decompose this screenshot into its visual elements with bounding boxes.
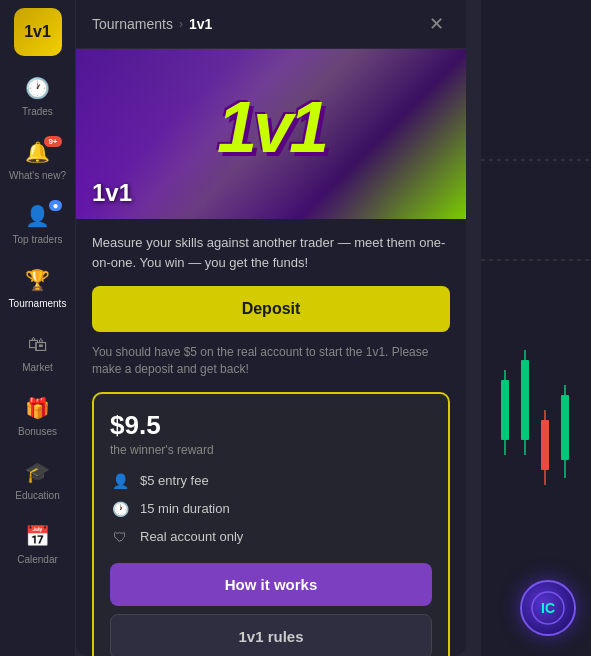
hero-title: 1v1 [92,179,132,207]
main-content: Tournaments › 1v1 ✕ 1v1 1v1 Measure your… [76,0,591,656]
sidebar-label-bonuses: Bonuses [18,426,57,438]
sidebar-item-whats-new[interactable]: 🔔 9+ What's new? [4,130,72,190]
brand-logo-svg: IC [531,591,565,625]
app-logo[interactable]: 1v1 [14,8,62,56]
sidebar-item-calendar[interactable]: 📅 Calendar [4,514,72,574]
breadcrumb-current: 1v1 [189,16,212,32]
rules-button[interactable]: 1v1 rules [110,614,432,656]
entry-fee-icon: 👤 [110,471,130,491]
tournament-modal: Tournaments › 1v1 ✕ 1v1 1v1 Measure your… [76,0,466,656]
duration-row: 🕐 15 min duration [110,499,432,519]
sidebar-label-education: Education [15,490,59,502]
sidebar-item-trades[interactable]: 🕐 Trades [4,66,72,126]
market-icon: 🛍 [24,330,52,358]
breadcrumb-separator: › [179,17,183,31]
chart-svg [481,0,591,656]
sidebar-item-top-traders[interactable]: 👤 ● Top traders [4,194,72,254]
account-type-icon: 🛡 [110,527,130,547]
trophy-icon: 🏆 [24,266,52,294]
floating-brand-logo: IC [520,580,576,636]
sidebar-label-whats-new: What's new? [9,170,66,182]
calendar-icon: 📅 [24,522,52,550]
entry-fee-row: 👤 $5 entry fee [110,471,432,491]
close-button[interactable]: ✕ [422,10,450,38]
logo-text: 1v1 [24,23,51,41]
sidebar-label-market: Market [22,362,53,374]
sidebar-label-trades: Trades [22,106,53,118]
svg-rect-5 [521,360,529,440]
sidebar: 1v1 🕐 Trades 🔔 9+ What's new? 👤 ● Top tr… [0,0,76,656]
breadcrumb: Tournaments › 1v1 [92,16,414,32]
hero-banner: 1v1 1v1 [76,49,466,219]
account-type-row: 🛡 Real account only [110,527,432,547]
svg-rect-8 [541,420,549,470]
trades-icon: 🕐 [24,74,52,102]
whats-new-badge: 9+ [44,136,61,147]
how-it-works-button[interactable]: How it works [110,563,432,606]
reward-label: the winner's reward [110,443,432,457]
info-rows: 👤 $5 entry fee 🕐 15 min duration 🛡 Real … [110,471,432,547]
sidebar-item-tournaments[interactable]: 🏆 Tournaments [4,258,72,318]
svg-text:IC: IC [541,600,555,616]
hero-logo-text: 1v1 [217,91,325,163]
sidebar-label-tournaments: Tournaments [9,298,67,310]
top-traders-badge: ● [49,200,61,211]
deposit-button[interactable]: Deposit [92,286,450,332]
top-traders-icon: 👤 [24,202,52,230]
account-type-text: Real account only [140,529,243,544]
reward-amount: $9.5 [110,410,432,441]
chart-background [481,0,591,656]
sidebar-item-bonuses[interactable]: 🎁 Bonuses [4,386,72,446]
sidebar-item-education[interactable]: 🎓 Education [4,450,72,510]
duration-icon: 🕐 [110,499,130,519]
deposit-note: You should have $5 on the real account t… [92,344,450,378]
bonuses-icon: 🎁 [24,394,52,422]
svg-rect-11 [561,395,569,460]
modal-body: Measure your skills against another trad… [76,219,466,656]
modal-header: Tournaments › 1v1 ✕ [76,0,466,49]
sidebar-label-top-traders: Top traders [12,234,62,246]
education-icon: 🎓 [24,458,52,486]
entry-fee-text: $5 entry fee [140,473,209,488]
breadcrumb-parent: Tournaments [92,16,173,32]
sidebar-label-calendar: Calendar [17,554,58,566]
tournament-description: Measure your skills against another trad… [92,233,450,272]
reward-card: $9.5 the winner's reward 👤 $5 entry fee … [92,392,450,656]
duration-text: 15 min duration [140,501,230,516]
sidebar-item-market[interactable]: 🛍 Market [4,322,72,382]
